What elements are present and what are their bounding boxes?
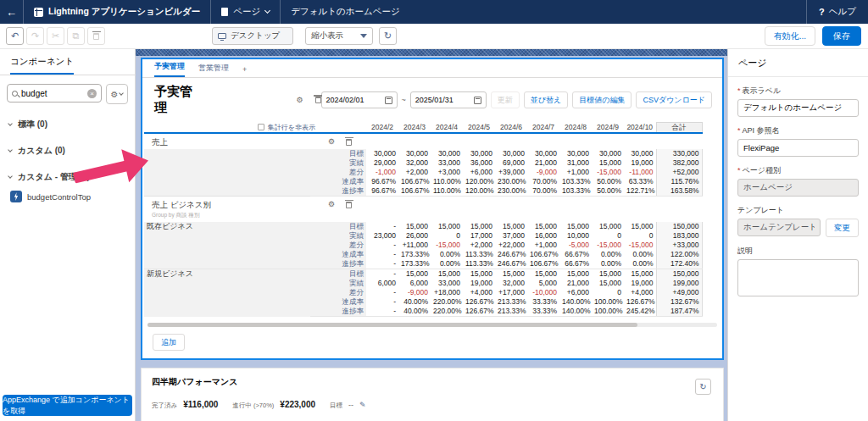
chevron-down-icon xyxy=(8,174,13,179)
add-section-button[interactable]: 追加 xyxy=(153,334,185,351)
row-label: 目標 xyxy=(310,222,366,231)
search-input[interactable] xyxy=(21,89,70,98)
month-column-header: 2024/3 xyxy=(398,123,431,134)
stat-value-goal: -- xyxy=(348,401,353,409)
table-cell: 0.00% xyxy=(431,259,463,269)
sidebar-section-custom-managed[interactable]: カスタム - 管理 (1) xyxy=(0,160,135,186)
save-button[interactable]: 保存 xyxy=(822,26,861,46)
api-name-input[interactable] xyxy=(737,139,859,157)
total-cell: 150,000 xyxy=(656,269,702,280)
display-label-input[interactable] xyxy=(737,99,859,117)
table-cell: 21,000 xyxy=(527,158,559,168)
app-title: Lightning アプリケーションビルダー xyxy=(48,6,200,18)
table-cell: 21,000 xyxy=(559,279,592,288)
table-cell: 0 xyxy=(592,231,624,241)
trash-icon[interactable] xyxy=(346,139,352,146)
table-cell: 15,000 xyxy=(592,269,624,280)
group-label: 新規ビジネス xyxy=(144,269,310,317)
edit-goal-pencil-icon[interactable]: ✎ xyxy=(359,401,366,409)
table-cell: 140.00% xyxy=(559,307,592,317)
search-icon xyxy=(12,91,18,97)
table-cell: 103.33% xyxy=(559,186,592,197)
edit-targets-button[interactable]: 目標値の編集 xyxy=(572,91,632,108)
table-cell: - xyxy=(366,288,398,297)
chart-refresh-button[interactable]: ↻ xyxy=(695,379,711,395)
table-cell: 30,000 xyxy=(463,149,495,158)
copy-button[interactable]: ⧉ xyxy=(67,27,85,45)
component-tabs: 予実管理 営業管理 + xyxy=(142,59,722,78)
components-tab[interactable]: コンポーネント xyxy=(0,49,135,75)
app-title-section: Lightning アプリケーションビルダー xyxy=(24,0,211,24)
table-cell: 0 xyxy=(624,231,656,241)
tab-sales[interactable]: 営業管理 xyxy=(198,63,229,77)
table-cell: 31,000 xyxy=(559,158,592,168)
activate-button[interactable]: 有効化... xyxy=(765,26,815,46)
month-column-header: 2024/9 xyxy=(592,123,624,134)
table-cell: 246.67% xyxy=(495,250,527,259)
date-to-input[interactable]: 2025/01/31 xyxy=(410,91,487,108)
canvas-refresh-button[interactable]: ↻ xyxy=(379,27,397,45)
scrollbar-thumb[interactable] xyxy=(147,323,637,327)
table-cell: 30,000 xyxy=(431,149,463,158)
change-template-button[interactable]: 変更 xyxy=(826,219,859,237)
device-selector[interactable]: デスクトップ xyxy=(212,27,293,45)
stat-value-open: ¥223,000 xyxy=(280,400,315,409)
component-settings-button[interactable]: ⚙ xyxy=(106,84,128,104)
hide-summary-checkbox[interactable] xyxy=(258,124,264,130)
gear-icon[interactable]: ⚙ xyxy=(328,138,335,146)
gear-icon[interactable]: ⚙ xyxy=(296,97,303,104)
redo-button[interactable]: ↷ xyxy=(26,27,44,45)
table-cell: 30,000 xyxy=(624,149,656,158)
csv-download-button[interactable]: CSVダウンロード xyxy=(636,91,712,108)
tab-add-button[interactable]: + xyxy=(242,65,247,77)
budget-component-card[interactable]: 予実管理 営業管理 + 予実管理 ⚙ 2024/02/01 ~ 20 xyxy=(141,58,724,360)
table-cell: 213.33% xyxy=(495,297,527,307)
table-cell: 15,000 xyxy=(398,222,431,231)
view-scale-select[interactable]: 縮小表示 xyxy=(305,27,373,45)
device-label: デスクトップ xyxy=(231,30,280,42)
date-from-input[interactable]: 2024/02/01 xyxy=(321,91,398,108)
update-button[interactable]: 更新 xyxy=(491,91,520,108)
delete-button[interactable] xyxy=(87,27,105,45)
table-cell: 30,000 xyxy=(592,149,624,158)
table-cell: 40.00% xyxy=(398,307,431,317)
edit-icon-group: ↶ ↷ ✂ ⧉ xyxy=(6,27,105,45)
total-cell: +33,000 xyxy=(656,241,702,250)
pages-menu[interactable]: ページ xyxy=(211,0,281,24)
table-cell: 103.33% xyxy=(559,177,592,186)
table-cell: 63.33% xyxy=(624,177,656,186)
component-search-box[interactable]: × xyxy=(7,84,102,102)
clear-search-icon[interactable]: × xyxy=(87,89,97,98)
table-cell: 37,000 xyxy=(495,231,527,241)
undo-button[interactable]: ↶ xyxy=(6,27,24,45)
section-title: 売上 ビジネス別 xyxy=(152,200,211,209)
tab-budget[interactable]: 予実管理 xyxy=(154,61,185,77)
trash-icon[interactable] xyxy=(346,202,352,208)
refresh-icon: ↻ xyxy=(384,30,392,42)
section-label: 標準 (0) xyxy=(18,119,47,130)
trash-icon[interactable] xyxy=(315,97,321,103)
total-cell: 132.67% xyxy=(656,297,702,307)
app-header: ← Lightning アプリケーションビルダー ページ デフォルトのホームペー… xyxy=(0,0,868,24)
section-subtitle: Group by 商談 種別 xyxy=(152,210,211,219)
total-cell: 122.00% xyxy=(656,250,702,259)
table-cell: 230.00% xyxy=(495,177,527,186)
table-cell: 15,000 xyxy=(527,222,559,231)
sidebar-section-custom[interactable]: カスタム (0) xyxy=(0,134,135,160)
back-button[interactable]: ← xyxy=(0,0,24,24)
sort-button[interactable]: 並び替え xyxy=(524,91,568,108)
horizontal-scrollbar[interactable] xyxy=(147,323,717,327)
quarterly-performance-card[interactable]: 四半期パフォーマンス ↻ 完了済み ¥116,000 進行中 (>70%) ¥2… xyxy=(141,368,724,421)
redo-icon: ↷ xyxy=(31,30,39,42)
appexchange-button[interactable]: AppExchange で追加コンポーネントを取得 xyxy=(3,395,132,416)
table-cell: 220.00% xyxy=(431,297,463,307)
gear-icon[interactable]: ⚙ xyxy=(328,201,335,208)
undo-icon: ↶ xyxy=(11,30,19,42)
description-textarea[interactable] xyxy=(737,259,859,296)
sidebar-section-standard[interactable]: 標準 (0) xyxy=(0,108,135,134)
help-button[interactable]: ? ヘルプ xyxy=(806,0,868,24)
table-cell: 100.00% xyxy=(592,297,624,307)
component-item-budgetcontroltop[interactable]: budgetControlTop xyxy=(0,186,135,204)
table-cell: 36,000 xyxy=(463,158,495,168)
cut-button[interactable]: ✂ xyxy=(47,27,64,45)
